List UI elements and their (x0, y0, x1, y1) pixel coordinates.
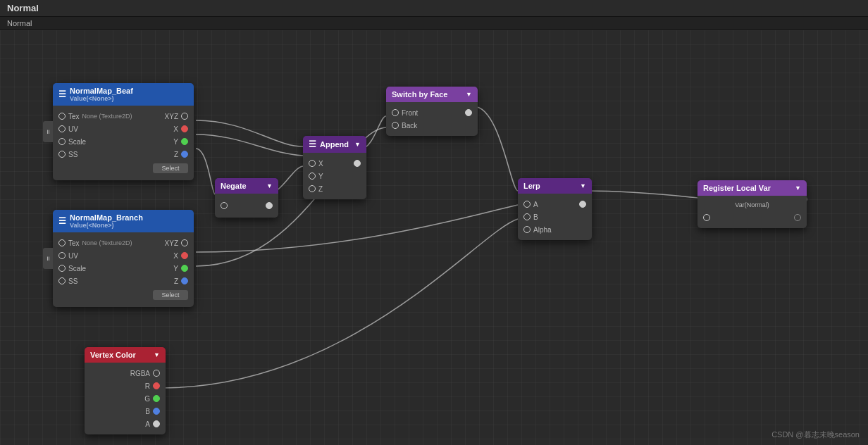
node-header-lerp[interactable]: Lerp ▼ (518, 178, 592, 194)
pin-xyz-out-b[interactable] (181, 239, 188, 246)
node-title-switch: Switch by Face (392, 90, 447, 99)
pin-b-out[interactable] (153, 408, 160, 415)
dropdown-icon-switch[interactable]: ▼ (466, 91, 472, 98)
tabbar: Normal (0, 17, 868, 30)
node-row-register (698, 211, 807, 224)
pin-r-out[interactable] (153, 382, 160, 389)
pin-append-out[interactable] (354, 160, 361, 167)
select-button-beaf[interactable]: Select (153, 163, 188, 173)
pin-uv-in-b[interactable] (58, 252, 66, 259)
node-title-beaf: NormalMap_Beaf (70, 87, 133, 95)
pin-tex-in[interactable] (58, 113, 66, 120)
pin-lerp-out[interactable] (579, 201, 586, 208)
pin-negate-in[interactable] (221, 202, 228, 209)
menu-icon[interactable]: ☰ (58, 89, 66, 99)
node-row-append-z: Z (303, 182, 366, 195)
node-negate: Negate ▼ (215, 178, 278, 218)
collapse-handle-beaf[interactable]: ⏸ (43, 121, 53, 142)
pin-append-z-in[interactable] (309, 185, 316, 192)
node-header-switch[interactable]: Switch by Face ▼ (386, 87, 478, 102)
pin-scale-in-b[interactable] (58, 265, 66, 272)
register-subtitle: Var(Normal) (698, 200, 807, 211)
pin-ss-in-b[interactable] (58, 277, 66, 284)
node-row-scale: Scale Y (53, 135, 194, 148)
node-row-tex: Tex None (Texture2D) XYZ (53, 110, 194, 123)
menu-icon-branch[interactable]: ☰ (58, 216, 66, 226)
node-row-lerp-alpha: Alpha (518, 223, 592, 236)
node-row-scale-b: Scale Y (53, 262, 194, 275)
node-normalmap-branch: ⏸ ☰ NormalMap_Branch Value(<None>) Tex N… (53, 210, 194, 307)
node-body-branch: Tex None (Texture2D) XYZ UV X Scale Y SS (53, 232, 194, 307)
node-header-normalmap-branch[interactable]: ☰ NormalMap_Branch Value(<None>) (53, 210, 194, 232)
menu-icon-append[interactable]: ☰ (309, 139, 316, 149)
canvas[interactable]: ⏸ ☰ NormalMap_Beaf Value(<None>) Tex Non… (0, 30, 868, 445)
node-title-lerp: Lerp (523, 182, 540, 190)
select-button-branch[interactable]: Select (153, 290, 188, 300)
node-header-append[interactable]: ☰ Append ▼ (303, 136, 366, 153)
node-title-register: Register Local Var (703, 184, 771, 192)
node-body-beaf: Tex None (Texture2D) XYZ UV X Scale Y SS (53, 106, 194, 180)
node-title-branch: NormalMap_Branch (70, 213, 143, 222)
node-subtitle-beaf: Value(<None>) (70, 95, 133, 102)
node-header-vertex-color[interactable]: Vertex Color ▼ (85, 347, 166, 363)
pin-ss-in[interactable] (58, 151, 66, 158)
pin-y-out-b[interactable] (181, 265, 188, 272)
pin-register-out[interactable] (794, 214, 801, 221)
node-vertex-color: Vertex Color ▼ RGBA R G B A (85, 347, 166, 434)
watermark: CSDN @暮志未晚season (771, 430, 860, 440)
node-body-lerp: A B Alpha (518, 194, 592, 240)
pin-tex-in-b[interactable] (58, 239, 66, 246)
node-row-tex-b: Tex None (Texture2D) XYZ (53, 237, 194, 249)
pin-rgba-out[interactable] (153, 370, 160, 377)
pin-front-in[interactable] (392, 109, 399, 116)
dropdown-icon-negate[interactable]: ▼ (266, 182, 273, 189)
pin-g-out[interactable] (153, 395, 160, 402)
node-header-normalmap-beaf[interactable]: ☰ NormalMap_Beaf Value(<None>) (53, 83, 194, 106)
pin-lerp-b-in[interactable] (523, 213, 531, 220)
node-row-front: Front (386, 106, 478, 119)
dropdown-icon-lerp[interactable]: ▼ (580, 182, 586, 189)
node-title-negate: Negate (221, 182, 247, 190)
node-append: ☰ Append ▼ X Y Z (303, 136, 366, 199)
node-header-negate[interactable]: Negate ▼ (215, 178, 278, 194)
dropdown-icon-vertex-color[interactable]: ▼ (154, 351, 160, 358)
pin-x-out-b[interactable] (181, 252, 188, 259)
node-row-lerp-a: A (518, 198, 592, 211)
node-row-g: G (85, 392, 166, 405)
pin-register-in[interactable] (703, 214, 710, 221)
node-row-ss: SS Z (53, 148, 194, 161)
pin-append-y-in[interactable] (309, 173, 316, 180)
collapse-handle-branch[interactable]: ⏸ (43, 248, 53, 269)
node-title-vertex-color: Vertex Color (90, 351, 136, 359)
node-body-vertex-color: RGBA R G B A (85, 363, 166, 434)
pin-append-x-in[interactable] (309, 160, 316, 167)
dropdown-icon-register[interactable]: ▼ (795, 184, 801, 192)
pin-z-out-b[interactable] (181, 277, 188, 284)
node-switch-by-face: Switch by Face ▼ Front Back (386, 87, 478, 136)
node-row-append-x: X (303, 157, 366, 170)
pin-lerp-alpha-in[interactable] (523, 226, 531, 233)
dropdown-icon-append[interactable]: ▼ (354, 141, 361, 148)
pin-a-out[interactable] (153, 420, 160, 427)
pin-x-out[interactable] (181, 125, 188, 132)
pin-lerp-a-in[interactable] (523, 201, 531, 208)
node-row-rgba: RGBA (85, 367, 166, 380)
pin-negate-out[interactable] (266, 202, 273, 209)
node-register-local-var: Register Local Var ▼ Var(Normal) (698, 180, 807, 228)
pin-y-out[interactable] (181, 138, 188, 145)
node-row-r: R (85, 380, 166, 392)
pin-switch-out[interactable] (465, 109, 472, 116)
pin-scale-in[interactable] (58, 138, 66, 145)
pin-uv-in[interactable] (58, 125, 66, 132)
pin-back-in[interactable] (392, 122, 399, 129)
node-header-register[interactable]: Register Local Var ▼ (698, 180, 807, 196)
node-title-append: Append (320, 140, 349, 149)
node-row-a: A (85, 418, 166, 430)
node-row-negate (215, 199, 278, 212)
titlebar: Normal (0, 0, 868, 17)
node-row-back: Back (386, 119, 478, 132)
pin-xyz-out[interactable] (181, 113, 188, 120)
node-row-uv: UV X (53, 123, 194, 135)
node-subtitle-branch: Value(<None>) (70, 222, 143, 229)
pin-z-out[interactable] (181, 151, 188, 158)
